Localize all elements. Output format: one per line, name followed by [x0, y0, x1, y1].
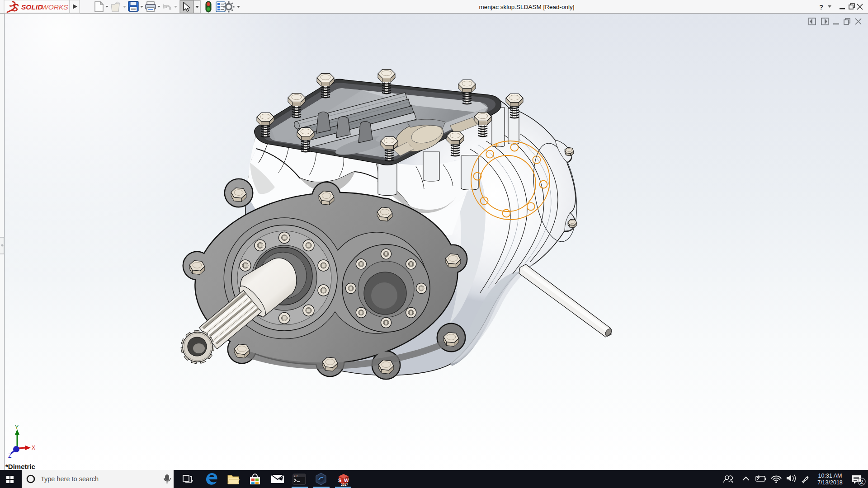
svg-text:Y: Y — [15, 424, 19, 431]
svg-text:X: X — [32, 445, 35, 451]
svg-text:S: S — [338, 478, 341, 483]
svg-text:Z: Z — [8, 453, 11, 459]
svg-text:WORKS: WORKS — [42, 3, 68, 11]
svg-text:W: W — [344, 478, 349, 483]
svg-text:?: ? — [819, 3, 823, 11]
svg-text:menjac sklop.SLDASM [Read-only: menjac sklop.SLDASM [Read-only] — [479, 4, 575, 10]
svg-text:C:\_: C:\_ — [294, 474, 300, 478]
svg-text:2017: 2017 — [341, 483, 348, 486]
svg-text:Type here to search: Type here to search — [41, 475, 99, 483]
svg-text:7/13/2018: 7/13/2018 — [817, 479, 843, 486]
svg-text:SOLID: SOLID — [21, 3, 42, 11]
svg-text:*Dimetric: *Dimetric — [5, 463, 35, 470]
svg-text:2: 2 — [860, 479, 863, 485]
svg-text:10:31 AM: 10:31 AM — [818, 473, 842, 479]
